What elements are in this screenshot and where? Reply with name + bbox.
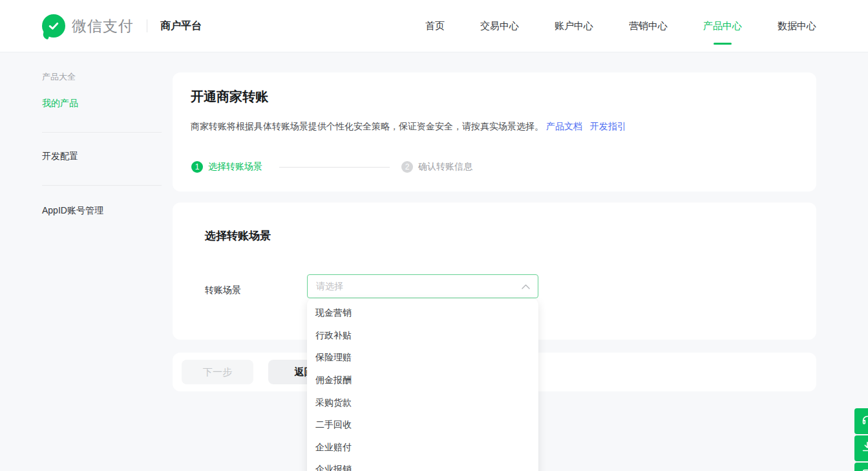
floating-toolbar bbox=[854, 408, 868, 471]
sidebar-divider bbox=[42, 185, 162, 186]
dev-guide-link[interactable]: 开发指引 bbox=[590, 121, 626, 131]
dropdown-option[interactable]: 采购货款 bbox=[307, 391, 538, 414]
transfer-scene-select[interactable]: 请选择 bbox=[307, 274, 538, 298]
transfer-scene-label: 转账场景 bbox=[205, 285, 241, 296]
wechat-pay-logo: 微信支付 商户平台 bbox=[42, 14, 202, 38]
widget-icon bbox=[860, 467, 868, 471]
sidebar-section-title: 产品大全 bbox=[42, 71, 76, 83]
nav-item-product-center[interactable]: 产品中心 bbox=[703, 0, 742, 52]
next-step-button[interactable]: 下一步 bbox=[182, 360, 253, 384]
page-title: 开通商家转账 bbox=[191, 88, 268, 105]
dropdown-option[interactable]: 行政补贴 bbox=[307, 325, 538, 347]
step-connector-line bbox=[279, 167, 390, 168]
intro-description: 商家转账将根据具体转账场景提供个性化安全策略，保证资金安全，请按真实场景选择。 … bbox=[191, 120, 626, 133]
nav-item-data-center[interactable]: 数据中心 bbox=[778, 0, 816, 52]
dropdown-option[interactable]: 保险理赔 bbox=[307, 347, 538, 369]
dropdown-option[interactable]: 佣金报酬 bbox=[307, 369, 538, 392]
nav-item-marketing-center[interactable]: 营销中心 bbox=[629, 0, 668, 52]
intro-description-text: 商家转账将根据具体转账场景提供个性化安全策略，保证资金安全，请按真实场景选择。 bbox=[191, 121, 544, 131]
sidebar-divider bbox=[42, 132, 162, 133]
top-header: 微信支付 商户平台 首页交易中心账户中心营销中心产品中心数据中心 bbox=[0, 0, 868, 52]
feedback-icon bbox=[860, 440, 868, 457]
wechat-pay-bubble-icon bbox=[42, 14, 65, 38]
select-placeholder: 请选择 bbox=[316, 281, 522, 292]
step-2-circle: 2 bbox=[401, 161, 413, 173]
form-heading: 选择转账场景 bbox=[205, 228, 271, 243]
nav-item-account-center[interactable]: 账户中心 bbox=[555, 0, 593, 52]
dropdown-option[interactable]: 企业报销 bbox=[307, 459, 538, 471]
nav-item-home[interactable]: 首页 bbox=[425, 0, 445, 52]
dropdown-option[interactable]: 二手回收 bbox=[307, 414, 538, 437]
step-2-label: 确认转账信息 bbox=[418, 161, 472, 173]
customer-service-icon bbox=[860, 413, 868, 430]
logo-divider bbox=[147, 19, 147, 32]
dropdown-option[interactable]: 企业赔付 bbox=[307, 437, 538, 459]
nav-item-trade-center[interactable]: 交易中心 bbox=[480, 0, 519, 52]
step-1-circle: 1 bbox=[191, 161, 203, 173]
widget-button[interactable] bbox=[854, 463, 868, 471]
customer-service-button[interactable] bbox=[854, 408, 868, 434]
logo-wordmark: 微信支付 bbox=[72, 16, 134, 36]
step-1-label: 选择转账场景 bbox=[208, 161, 262, 173]
merchant-platform-page: 微信支付 商户平台 首页交易中心账户中心营销中心产品中心数据中心 产品大全 我的… bbox=[0, 0, 868, 471]
transfer-scene-dropdown: 现金营销行政补贴保险理赔佣金报酬采购货款二手回收企业赔付企业报销 bbox=[307, 299, 538, 471]
feedback-button[interactable] bbox=[854, 435, 868, 461]
main-nav: 首页交易中心账户中心营销中心产品中心数据中心 bbox=[425, 0, 816, 52]
platform-name: 商户平台 bbox=[160, 19, 202, 33]
sidebar-item-my-products[interactable]: 我的产品 bbox=[42, 98, 78, 109]
intro-card: 开通商家转账 商家转账将根据具体转账场景提供个性化安全策略，保证资金安全，请按真… bbox=[173, 72, 816, 192]
sidebar-item-dev-config[interactable]: 开发配置 bbox=[42, 151, 78, 162]
product-doc-link[interactable]: 产品文档 bbox=[546, 121, 582, 131]
step-indicator: 1 选择转账场景 2 确认转账信息 bbox=[191, 160, 472, 173]
dropdown-option[interactable]: 现金营销 bbox=[307, 302, 538, 325]
sidebar-item-appid-management[interactable]: AppID账号管理 bbox=[42, 205, 103, 217]
chevron-up-icon bbox=[522, 284, 530, 289]
